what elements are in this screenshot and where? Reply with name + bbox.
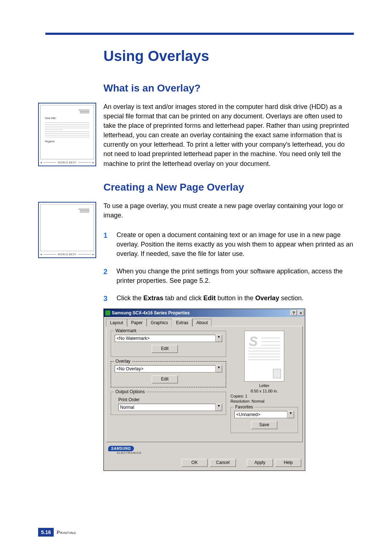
step-number-3: 3 (103, 293, 107, 304)
overlay-edit-button[interactable]: Edit (152, 375, 178, 383)
tab-layout[interactable]: Layout (106, 319, 127, 326)
step-number-1: 1 (103, 230, 107, 241)
watermark-edit-button[interactable]: Edit (152, 345, 178, 353)
ok-button[interactable]: OK (181, 459, 208, 467)
watermark-select-value: <No Watermark> (115, 335, 216, 342)
preview-copies: Copies: 1 (230, 394, 298, 399)
preview-letter-icon: S (249, 334, 258, 349)
overlay-legend: Overlay (114, 359, 132, 364)
preview-paper-name: Letter (230, 383, 298, 388)
arrow-left-icon: ◂ (40, 253, 42, 256)
overlay-blank-figure: ◂ WORLD BEST ▸ (38, 202, 96, 258)
favorites-value: <Unnamed> (234, 411, 287, 418)
print-order-value: Normal (118, 404, 216, 411)
tab-paper[interactable]: Paper (127, 319, 147, 326)
favorites-legend: Favorites (234, 404, 254, 410)
overlay-select[interactable]: <No Overlay> ▼ (115, 365, 222, 372)
apply-button[interactable]: Apply (247, 459, 273, 467)
watermark-legend: Watermark (114, 328, 138, 333)
logo-icon (78, 208, 89, 213)
overlay-letter-figure: Dear ABC Regards ◂ WORLD BEST ▸ (38, 103, 96, 166)
preview-resolution: Resolution: Normal (230, 399, 298, 404)
cancel-button[interactable]: Cancel (210, 459, 236, 467)
section-what-is-overlay-heading: What is an Overlay? (103, 82, 354, 94)
header-rule (45, 33, 354, 35)
page-title: Using Overlays (103, 48, 354, 64)
page-number: 5.16 (38, 528, 54, 537)
step-3-text: Click the Extras tab and click Edit butt… (117, 294, 303, 302)
brand-sub: ELECTRONICS (117, 451, 142, 455)
step-1-text: Create or open a document containing tex… (117, 231, 353, 257)
preview-paper-size: 8.50 x 11.00 in. (230, 388, 298, 394)
page-section-name: Printing (57, 530, 76, 535)
tab-graphics[interactable]: Graphics (147, 319, 172, 326)
overlay-description-paragraph: An overlay is text and/or images stored … (103, 102, 354, 168)
context-help-button[interactable]: ? (290, 310, 297, 316)
fig-dear-text: Dear ABC (45, 117, 89, 119)
chevron-down-icon[interactable]: ▼ (216, 404, 222, 411)
watermark-select[interactable]: <No Watermark> ▼ (115, 335, 222, 342)
output-options-group: Output Options Print Order Normal ▼ (111, 392, 226, 415)
step-2-text: When you change the print settings from … (117, 268, 343, 284)
fig-world-best-label: WORLD BEST (58, 253, 76, 256)
close-button[interactable]: × (298, 310, 304, 316)
tab-about[interactable]: About (192, 319, 212, 326)
page-preview: S (244, 331, 284, 382)
chevron-down-icon[interactable]: ▼ (216, 365, 222, 372)
brand-logo: SAMSUNG ELECTRONICS (108, 447, 142, 455)
favorites-select[interactable]: <Unnamed> ▼ (234, 411, 294, 418)
print-order-select[interactable]: Normal ▼ (118, 404, 222, 411)
fig-regards-text: Regards (45, 140, 89, 143)
page-icon (273, 369, 281, 378)
overlay-group: Overlay <No Overlay> ▼ Edit (111, 361, 226, 387)
overlay-select-value: <No Overlay> (115, 365, 216, 372)
creating-overlay-intro: To use a page overlay, you must create a… (103, 201, 354, 220)
section-creating-overlay-heading: Creating a New Page Overlay (103, 182, 354, 193)
arrow-right-icon: ▸ (93, 253, 94, 256)
app-icon (105, 310, 110, 315)
output-options-legend: Output Options (114, 389, 146, 394)
step-number-2: 2 (103, 266, 107, 277)
printer-properties-dialog: Samsung SCX-4x16 Series Properties ? × L… (103, 309, 305, 471)
fig-world-best-label: WORLD BEST (58, 161, 76, 164)
logo-icon (78, 109, 89, 114)
print-order-label: Print Order (118, 397, 222, 402)
tab-extras[interactable]: Extras (172, 319, 192, 326)
watermark-group: Watermark <No Watermark> ▼ Edit (111, 331, 226, 357)
help-button[interactable]: Help (275, 459, 301, 467)
favorites-group: Favorites <Unnamed> ▼ Save (230, 407, 298, 433)
favorites-save-button[interactable]: Save (251, 421, 277, 429)
arrow-left-icon: ◂ (40, 161, 42, 164)
brand-name: SAMSUNG (108, 446, 134, 451)
dialog-title: Samsung SCX-4x16 Series Properties (112, 310, 290, 315)
chevron-down-icon[interactable]: ▼ (216, 335, 222, 342)
fig-letter-lines (45, 121, 89, 139)
arrow-right-icon: ▸ (93, 161, 94, 164)
chevron-down-icon[interactable]: ▼ (287, 411, 294, 418)
